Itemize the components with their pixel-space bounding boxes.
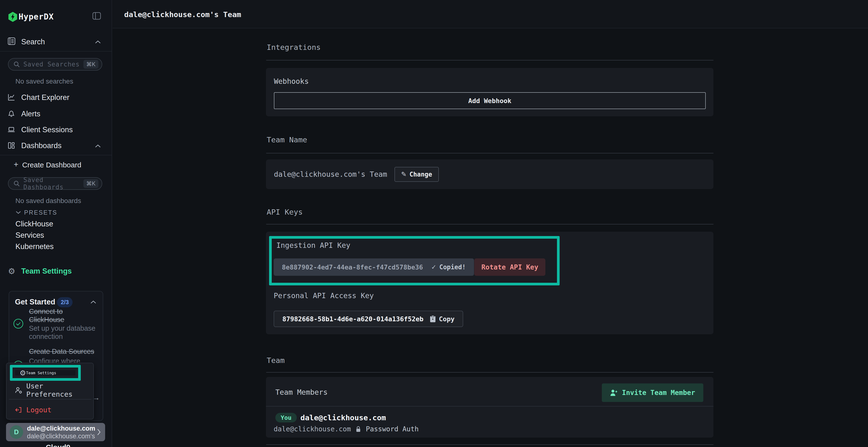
divider (9, 399, 91, 400)
get-started-item-title[interactable]: Create Data Sources (29, 347, 95, 355)
divider (266, 406, 713, 407)
rotate-api-key-button[interactable]: Rotate API Key (474, 259, 546, 276)
team-members-label: Team Members (275, 388, 328, 397)
sidebar-item-team-settings[interactable]: ⚙ Team Settings (0, 265, 112, 278)
personal-api-key-value: 87982668-58b1-4d6e-a620-014a136f52eb (282, 315, 424, 323)
copied-label: Copied! (439, 264, 466, 271)
api-keys-card: Ingestion API Key 8e887902-4ed7-44ea-8fe… (266, 232, 713, 334)
sidebar-item-clickhouse[interactable]: ClickHouse (16, 220, 53, 228)
menu-item-label: Team Settings (26, 371, 56, 375)
chevron-up-icon[interactable] (90, 300, 96, 304)
collapse-sidebar-icon[interactable] (92, 12, 101, 20)
laptop-icon (7, 126, 15, 133)
user-gear-icon (15, 386, 23, 394)
dashboard-grid-icon (7, 142, 15, 149)
ingestion-api-key-value: 8e887902-4ed7-44ea-8fec-f47cd578be36 (282, 264, 423, 271)
clipped-bottom-text: Cloud9 (46, 443, 70, 447)
team-heading: Team (267, 356, 285, 365)
team-name-heading: Team Name (267, 135, 307, 144)
sidebar-item-label: Alerts (21, 110, 40, 118)
integrations-heading: Integrations (267, 43, 321, 51)
page-header: dale@clickhouse.com's Team (113, 0, 868, 28)
divider (0, 155, 112, 156)
search-icon (13, 180, 20, 187)
sidebar-item-chart-explorer[interactable]: Chart Explorer (0, 90, 112, 105)
gear-icon: ⚙ (8, 266, 15, 276)
search-panel-icon (7, 37, 16, 45)
bell-icon (7, 110, 15, 117)
add-webhook-button[interactable]: Add Webhook (274, 92, 706, 109)
sidebar-item-services[interactable]: Services (16, 231, 44, 240)
brand-name: HyperDX (19, 12, 54, 22)
menu-item-user-preferences[interactable]: User Preferences (6, 384, 93, 397)
divider (266, 372, 713, 373)
annotation-highlight-team-settings: ⚙ Team Settings (10, 365, 81, 381)
copy-label: Copy (439, 315, 455, 323)
plus-icon: + (14, 160, 18, 169)
lock-icon (355, 426, 361, 433)
check-circle-icon (13, 318, 24, 329)
logo-row: HyperDX (0, 0, 112, 28)
presets-label: PRESETS (24, 209, 57, 216)
create-dashboard-label: Create Dashboard (22, 161, 81, 169)
kbd-shortcut: ⌘K (84, 60, 98, 69)
sidebar-item-label: Chart Explorer (21, 93, 69, 102)
sidebar-item-label: Dashboards (21, 141, 61, 150)
divider (0, 51, 112, 51)
hyperdx-logo-icon (8, 11, 18, 22)
sidebar-item-client-sessions[interactable]: Client Sessions (0, 122, 112, 137)
get-started-item-subtitle: Set up your database connection (29, 324, 95, 341)
chevron-down-icon (16, 210, 21, 214)
copy-button[interactable]: Copy (430, 315, 455, 323)
personal-api-key-chip[interactable]: 87982668-58b1-4d6e-a620-014a136f52eb Cop… (274, 311, 463, 327)
logout-label: Logout (26, 406, 52, 414)
team-settings-label: Team Settings (21, 267, 72, 276)
chevron-up-icon (95, 40, 101, 44)
copied-indicator: ✓ Copied! (431, 264, 466, 271)
chevron-right-icon (96, 428, 101, 436)
divider (266, 224, 713, 225)
page-title: dale@clickhouse.com's Team (124, 10, 241, 19)
settings-content: Integrations Webhooks Add Webhook Team N… (266, 28, 713, 447)
sidebar-section-search[interactable]: Search (0, 35, 112, 51)
chart-icon (7, 94, 15, 101)
sidebar-item-label: Client Sessions (21, 126, 73, 134)
no-saved-dashboards-text: No saved dashboards (16, 197, 81, 205)
search-section-label: Search (21, 38, 45, 46)
menu-item-team-settings[interactable]: ⚙ Team Settings (15, 370, 75, 375)
sidebar-item-kubernetes[interactable]: Kubernetes (16, 242, 54, 251)
webhooks-card: Webhooks Add Webhook (266, 68, 713, 116)
divider (266, 153, 713, 153)
divider (266, 60, 713, 61)
chevron-up-icon (95, 144, 101, 148)
member-email: dale@clickhouse.com (274, 425, 351, 433)
member-name: dale@clickhouse.com (301, 413, 386, 422)
personal-api-key-label: Personal API Access Key (274, 291, 374, 300)
you-badge: You (275, 413, 297, 422)
saved-dashboards-input[interactable]: Saved Dashboards ⌘K (8, 177, 102, 190)
saved-searches-input[interactable]: Saved Searches ⌘K (8, 58, 102, 71)
user-plus-icon (610, 389, 618, 397)
ingestion-api-key-label: Ingestion API Key (276, 241, 350, 249)
invite-team-member-button[interactable]: Invite Team Member (602, 383, 703, 402)
progress-badge: 2/3 (57, 297, 72, 307)
saved-dashboards-placeholder: Saved Dashboards (23, 176, 84, 191)
user-account-card[interactable]: D dale@clickhouse.com dale@clickhouse.co… (6, 423, 105, 441)
sidebar-item-alerts[interactable]: Alerts (0, 106, 112, 121)
divider (266, 444, 713, 445)
saved-searches-placeholder: Saved Searches (23, 61, 84, 68)
ingestion-api-key-chip[interactable]: 8e887902-4ed7-44ea-8fec-f47cd578be36 ✓ C… (274, 259, 474, 276)
menu-item-logout[interactable]: Logout (6, 404, 93, 416)
user-menu-popup: ⚙ Team Settings User Preferences Logout (6, 363, 94, 419)
check-icon: ✓ (431, 264, 436, 271)
api-keys-heading: API Keys (267, 208, 303, 216)
get-started-item-title[interactable]: Connect to ClickHouse (29, 307, 95, 324)
sidebar-item-dashboards[interactable]: Dashboards (0, 138, 112, 153)
team-members-card: Team Members Invite Team Member You dale… (266, 377, 713, 438)
avatar: D (10, 425, 23, 439)
change-team-name-button[interactable]: ✎ Change (395, 167, 439, 182)
user-team-name: dale@clickhouse.com's (27, 433, 95, 440)
team-name-value: dale@clickhouse.com's Team (274, 170, 387, 178)
gear-icon: ⚙ (20, 369, 26, 377)
menu-item-label: User Preferences (26, 382, 93, 398)
